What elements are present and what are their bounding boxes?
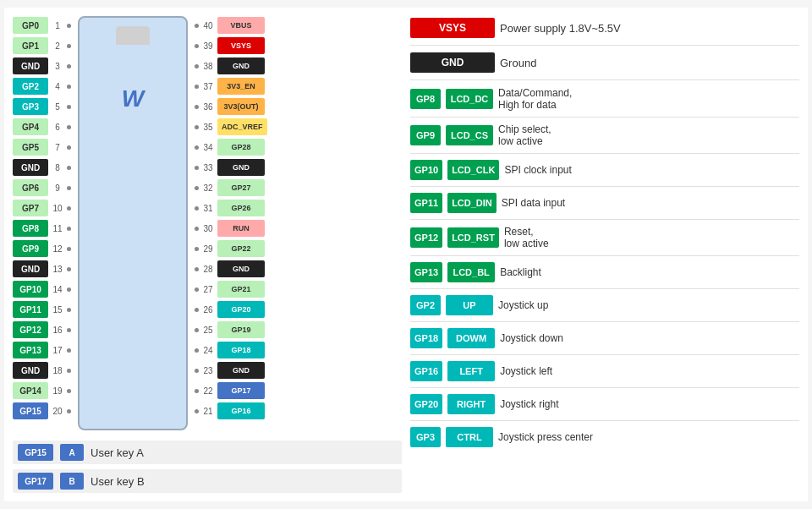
pin-dot — [195, 308, 199, 312]
pin-label: GND — [13, 57, 48, 74]
legend-row: GP18DOWMJoystick down — [410, 326, 799, 350]
pin-number: 33 — [201, 163, 215, 172]
left-pin-row: GP1216 — [13, 320, 71, 339]
legend-divider — [410, 387, 799, 388]
pin-number: 10 — [51, 204, 64, 213]
right-pin-row: 31GP26 — [195, 199, 267, 217]
legend-gp-chip: GP18 — [410, 328, 442, 348]
pin-label: VSYS — [217, 37, 265, 54]
pin-dot — [67, 145, 71, 150]
pin-label: GP11 — [13, 301, 48, 318]
right-pin-row: 39VSYS — [195, 36, 267, 55]
pin-label: GP6 — [13, 179, 48, 196]
pin-dot — [67, 64, 71, 68]
right-pin-row: 22GP17 — [195, 381, 267, 400]
board-logo-area: W — [122, 85, 144, 112]
pin-number: 18 — [51, 366, 64, 375]
left-pin-row: GP1520 — [13, 402, 71, 420]
pin-number: 5 — [51, 102, 64, 112]
pin-dot — [67, 287, 71, 292]
pin-dot — [195, 389, 199, 393]
pin-number: 17 — [51, 346, 64, 355]
legend-row: GP20RIGHTJoystick right — [410, 392, 799, 416]
legend-desc: Joystick left — [500, 365, 799, 377]
pin-dot — [67, 369, 71, 373]
user-key-row: GP17BUser key B — [13, 469, 402, 493]
pin-label: ADC_VREF — [217, 118, 267, 135]
right-pin-row: 25GP19 — [195, 320, 267, 339]
pin-number: 25 — [201, 326, 215, 335]
legend-divider — [410, 153, 799, 154]
pin-label: GP1 — [13, 37, 48, 54]
legend-gp-chip: GP3 — [410, 427, 441, 447]
pin-dot — [195, 24, 199, 28]
pin-label: GP22 — [217, 240, 265, 257]
pin-number: 1 — [51, 21, 64, 30]
pin-dot — [67, 348, 71, 353]
legend-func-chip: LCD_CLK — [447, 160, 499, 180]
pin-number: 27 — [201, 285, 215, 294]
pin-label: GP5 — [13, 139, 48, 156]
pin-dot — [195, 369, 199, 373]
pin-number: 13 — [51, 265, 64, 274]
pin-number: 16 — [51, 326, 64, 335]
pin-label: GND — [217, 362, 265, 379]
pin-dot — [195, 105, 199, 109]
pin-number: 21 — [201, 407, 215, 416]
legend-desc: Power supply 1.8V~5.5V — [500, 22, 621, 35]
pin-dot — [67, 105, 71, 109]
legend-row: GP16LEFTJoystick left — [410, 359, 799, 383]
legend-divider — [410, 45, 799, 46]
pin-label: GP19 — [217, 321, 265, 338]
legend-row: GP3CTRLJoystick press center — [410, 425, 799, 449]
pin-label: GP4 — [13, 118, 48, 135]
left-pin-row: GP46 — [13, 118, 71, 136]
right-pin-row: 373V3_EN — [195, 77, 267, 96]
pin-dot — [195, 267, 199, 271]
pin-number: 39 — [201, 41, 215, 51]
legend-row: GP2UPJoystick up — [410, 293, 799, 317]
legend-divider — [410, 79, 799, 80]
pin-label: GND — [217, 260, 265, 277]
right-pin-row: 27GP21 — [195, 280, 267, 298]
main-container: GP01GP12GND3GP24GP35GP46GP57GND8GP69GP71… — [4, 8, 808, 501]
pin-label: GP26 — [217, 200, 265, 216]
pin-label: GP16 — [217, 402, 265, 419]
left-pin-row: GP1115 — [13, 300, 71, 319]
left-pin-row: GND8 — [13, 158, 71, 177]
pin-number: 4 — [51, 82, 64, 91]
legend-func-chip: LCD_RST — [447, 227, 499, 248]
right-pin-row: 30RUN — [195, 219, 267, 238]
pin-label: GP18 — [217, 342, 265, 358]
pin-label: RUN — [217, 220, 265, 237]
right-pin-row: 21GP16 — [195, 402, 267, 420]
pin-label: GP21 — [217, 281, 265, 298]
left-pin-row: GP811 — [13, 219, 71, 238]
legend-func-chip: LCD_DIN — [447, 193, 497, 213]
legend-desc: SPI data input — [502, 197, 799, 209]
pin-number: 23 — [201, 366, 215, 375]
pin-dot — [67, 166, 71, 170]
pin-dot — [67, 409, 71, 413]
legend-gp-chip: GP10 — [410, 160, 442, 180]
user-key-letter-chip: A — [60, 444, 84, 461]
user-key-desc: User key B — [91, 475, 145, 488]
pin-number: 26 — [201, 305, 215, 315]
pin-dot — [67, 247, 71, 251]
legend-row: GNDGround — [410, 51, 799, 74]
pin-number: 7 — [51, 143, 64, 152]
pin-dot — [195, 409, 199, 413]
left-pins-column: GP01GP12GND3GP24GP35GP46GP57GND8GP69GP71… — [13, 16, 71, 430]
pin-number: 40 — [201, 21, 215, 30]
pin-number: 9 — [51, 183, 64, 193]
pin-label: 3V3_EN — [217, 78, 265, 95]
left-pin-row: GP01 — [13, 16, 71, 35]
legend-gp-chip: GP2 — [410, 295, 441, 315]
pin-number: 3 — [51, 62, 64, 71]
pin-number: 15 — [51, 305, 64, 315]
pin-dot — [195, 227, 199, 231]
left-pin-row: GP1014 — [13, 280, 71, 298]
legend-func-chip: RIGHT — [447, 394, 495, 414]
pin-label: GP9 — [13, 240, 48, 257]
legend-desc: Ground — [500, 57, 536, 69]
